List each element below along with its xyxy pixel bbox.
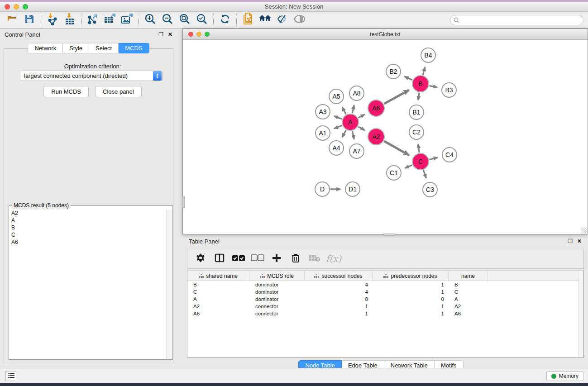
refresh-button[interactable] [216, 13, 234, 27]
search-input[interactable] [459, 16, 583, 24]
graph-node[interactable]: B3 [441, 82, 457, 98]
tab-mcds[interactable]: MCDS [119, 43, 149, 53]
graph-edge[interactable] [352, 105, 354, 113]
table-cell[interactable]: A6 [187, 311, 249, 316]
zoom-out-button[interactable] [159, 13, 176, 27]
result-scrollbar[interactable] [166, 210, 172, 359]
table-row[interactable]: A6connector11A6 [187, 310, 583, 317]
graph-edge[interactable] [342, 107, 346, 114]
graph-node[interactable]: B1 [409, 105, 424, 120]
select-all-button[interactable] [231, 251, 246, 267]
table-cell[interactable]: 8 [305, 296, 373, 302]
run-mcds-button[interactable]: Run MCDS [43, 86, 89, 97]
float-table-panel-icon[interactable]: ❐ [568, 238, 573, 244]
table-cell[interactable]: A [449, 296, 488, 302]
export-image-button[interactable] [119, 13, 136, 27]
mcds-result-item[interactable]: C [10, 231, 166, 238]
table-cell[interactable]: A [187, 296, 249, 302]
search-field[interactable] [450, 15, 583, 25]
close-panel-button[interactable]: Close panel [95, 86, 142, 97]
mcds-result-item[interactable]: A [10, 217, 166, 224]
table-cell[interactable]: connector [249, 311, 305, 316]
graph-node[interactable]: A3 [315, 104, 330, 119]
zoom-fit-button[interactable] [176, 13, 193, 27]
import-network-button[interactable] [44, 13, 61, 27]
table-cell[interactable]: A6 [449, 311, 488, 316]
graph-node[interactable]: A7 [349, 143, 364, 159]
table-cell[interactable]: dominator [249, 289, 305, 295]
graph-node[interactable]: C4 [442, 147, 457, 162]
function-button[interactable]: f(x) [326, 251, 341, 267]
table-row[interactable]: Adominator80A [187, 295, 583, 303]
network-canvas[interactable]: B4B2BB3A8A5A6A3B1AC2A1A2A4A7C4CC1DD1C3 [183, 40, 587, 234]
close-panel-icon[interactable]: ✕ [168, 32, 172, 37]
mcds-result-item[interactable]: A6 [10, 238, 166, 246]
export-network-button[interactable] [84, 13, 101, 27]
table-cell[interactable]: 4 [305, 282, 373, 287]
graph-edge[interactable] [384, 141, 409, 155]
task-history-button[interactable] [5, 371, 16, 381]
graph-node[interactable]: A4 [329, 140, 344, 156]
column-header-name[interactable]: name [449, 271, 488, 281]
graph-edge[interactable] [334, 116, 342, 119]
table-cell[interactable]: 0 [373, 296, 449, 302]
graph-edge[interactable] [418, 93, 419, 100]
table-cell[interactable]: connector [249, 304, 305, 309]
network-from-file-button[interactable] [239, 13, 257, 27]
graph-node[interactable]: A2 [368, 128, 385, 145]
eye-button[interactable] [291, 13, 308, 27]
resize-grip[interactable] [581, 228, 587, 234]
mcds-result-item[interactable]: A2 [10, 210, 166, 217]
graph-edge[interactable] [405, 76, 412, 80]
tab-style[interactable]: Style [63, 43, 89, 53]
table-cell[interactable]: 4 [305, 289, 373, 295]
graph-edge[interactable] [352, 131, 354, 139]
table-row[interactable]: Cdominator41C [187, 288, 583, 295]
table-row[interactable]: A2connector11A2 [187, 303, 583, 310]
table-cell[interactable]: A2 [449, 304, 488, 309]
column-header-successor-nodes[interactable]: successor nodes [305, 271, 373, 281]
mcds-result-item[interactable]: B [10, 224, 166, 231]
table-scrollbar[interactable] [578, 271, 583, 357]
import-table-button[interactable] [61, 13, 78, 27]
split-columns-button[interactable] [212, 251, 227, 267]
graph-edge[interactable] [429, 157, 437, 159]
open-session-button[interactable] [4, 13, 21, 27]
memory-button[interactable]: Memory [546, 371, 583, 381]
graph-node[interactable]: C1 [386, 165, 402, 181]
graph-node[interactable]: A [342, 114, 359, 131]
graph-edge[interactable] [423, 67, 425, 75]
graph-node[interactable]: D1 [345, 181, 360, 197]
column-header-MCDS-role[interactable]: MCDS role [249, 271, 305, 281]
graph-edge[interactable] [384, 90, 409, 104]
graph-edge[interactable] [423, 170, 426, 178]
delete-table-button[interactable] [307, 251, 322, 267]
delete-button[interactable] [288, 251, 303, 267]
graph-edge[interactable] [358, 127, 364, 130]
table-cell[interactable]: dominator [249, 296, 305, 302]
splitter-handle-left[interactable] [182, 196, 185, 208]
table-cell[interactable]: 1 [305, 304, 373, 309]
table-cell[interactable]: A2 [187, 304, 249, 309]
float-panel-icon[interactable]: ❐ [158, 32, 163, 37]
graph-node[interactable]: A1 [315, 125, 330, 141]
toggle-visibility-button[interactable] [274, 13, 291, 27]
export-table-button[interactable] [101, 13, 119, 27]
graph-node[interactable]: C [412, 153, 429, 170]
table-cell[interactable]: C [187, 289, 249, 295]
gear-button[interactable] [193, 251, 208, 267]
table-cell[interactable]: 1 [305, 311, 373, 316]
graph-node[interactable]: D [315, 181, 330, 197]
graph-edge[interactable] [405, 165, 412, 168]
graph-edge[interactable] [430, 86, 437, 87]
graph-edge[interactable] [418, 144, 420, 152]
column-header-predecessor-nodes[interactable]: predecessor nodes [373, 271, 449, 281]
table-cell[interactable]: 1 [373, 289, 449, 295]
table-cell[interactable]: 1 [373, 282, 449, 287]
graph-node[interactable]: C2 [409, 124, 424, 140]
deselect-all-button[interactable] [250, 251, 265, 267]
graph-edge[interactable] [359, 114, 365, 118]
graph-node[interactable]: A6 [368, 100, 385, 117]
column-header-shared-name[interactable]: shared name [187, 271, 249, 281]
table-cell[interactable]: B [187, 282, 249, 287]
